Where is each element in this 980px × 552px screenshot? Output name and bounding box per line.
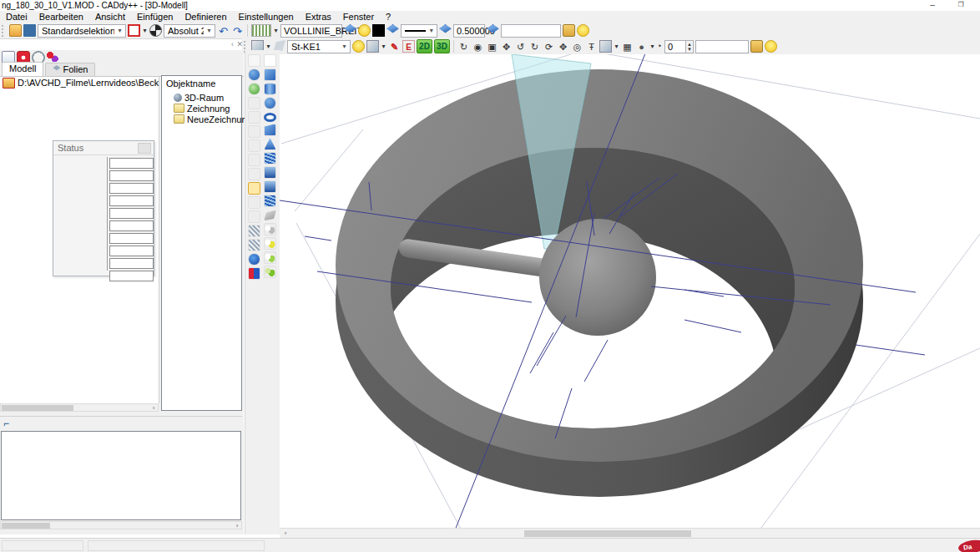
hatch-icon[interactable] [248, 225, 260, 237]
spheres-white-green-icon[interactable] [264, 251, 276, 264]
coordinate-mode-icon[interactable] [149, 24, 162, 37]
status-window-titlebar[interactable]: Status [53, 141, 154, 154]
rotate-copy-icon[interactable] [248, 139, 260, 152]
slab-icon[interactable] [264, 209, 276, 221]
dock-close-icon[interactable]: ✕ [236, 40, 243, 48]
tab-folien[interactable]: Folien [45, 63, 95, 76]
halftone-icon[interactable]: ▦ [621, 40, 634, 53]
rotate-right-icon[interactable]: ↻ [528, 40, 541, 53]
status-field[interactable] [109, 271, 154, 281]
status-field[interactable] [109, 158, 154, 169]
view-3d-button[interactable]: 3D [434, 39, 450, 53]
copy-shapes-icon[interactable] [248, 125, 260, 138]
thread-icon[interactable] [264, 152, 276, 165]
info-icon[interactable] [248, 253, 260, 266]
viewport-hscroll-left-arrow[interactable]: ‹ [281, 529, 290, 537]
tree-hscroll-right-arrow[interactable]: › [149, 404, 158, 412]
view-direction-caret[interactable]: ▾ [381, 43, 386, 50]
objekt-item-zeichnung[interactable]: Zeichnung [162, 103, 241, 114]
tree-hscrollbar[interactable]: › [0, 403, 159, 412]
apply-hand-icon[interactable] [563, 24, 575, 37]
apply-hand-icon[interactable] [750, 40, 763, 53]
pencil-orange-icon[interactable] [248, 111, 260, 124]
workplane-caret[interactable]: ▾ [265, 43, 271, 50]
status-field[interactable] [109, 220, 154, 231]
menu-item-definieren[interactable]: Definieren [179, 11, 232, 23]
linestyle-layers-icon[interactable] [439, 24, 452, 37]
undo-icon[interactable]: ↶ [217, 24, 230, 37]
menu-item-help[interactable]: ? [380, 11, 397, 23]
tab-modell[interactable]: Modell [2, 62, 43, 76]
selection-frame-icon[interactable] [128, 24, 140, 37]
render-mode-icon[interactable] [599, 40, 612, 53]
depth-spinner[interactable]: 0 ▲▼ [664, 40, 694, 53]
torus-icon[interactable] [264, 113, 276, 122]
redo-icon[interactable]: ↷ [231, 24, 244, 37]
menu-item-einfügen[interactable]: Einfügen [131, 11, 179, 23]
extra-input[interactable] [501, 24, 561, 38]
restore-button[interactable]: ❐ [950, 0, 972, 11]
message-hscroll-right-arrow[interactable]: › [233, 522, 241, 529]
color-swatch-icon[interactable] [372, 24, 385, 37]
plane-bulb-icon[interactable] [352, 40, 365, 53]
linewidth-input[interactable]: 0.500000 [453, 24, 485, 38]
orbit-icon[interactable]: ↻ [457, 40, 470, 53]
tree-hscroll-thumb[interactable] [2, 405, 73, 411]
zoom-model-icon[interactable]: ◉ [472, 40, 484, 53]
chevron-down-icon[interactable]: ▾ [426, 27, 437, 34]
cone-icon[interactable] [264, 138, 276, 150]
spheres-gray-icon[interactable] [264, 223, 276, 235]
tree-item-project[interactable]: D:\AVCHD_Filme\Lernvideos\BeckerCAD 3D P… [0, 77, 159, 89]
select-arrow-icon[interactable] [248, 54, 260, 67]
workplane-combo[interactable]: St-KE1 ▾ [287, 40, 351, 53]
measure-tool-icon[interactable]: Ŧ [585, 40, 598, 53]
status-field[interactable] [109, 246, 154, 256]
spinner-arrows[interactable]: ▲▼ [686, 40, 694, 53]
rotate-left-icon[interactable]: ↺ [514, 40, 527, 53]
text-a-icon[interactable] [248, 210, 260, 223]
select-white-arrow-icon[interactable] [264, 54, 276, 67]
chevron-down-icon[interactable]: ▾ [339, 43, 350, 50]
box-icon[interactable] [264, 68, 276, 81]
dimension-icon[interactable] [248, 168, 260, 180]
linetype-input[interactable]: VOLLLINIE_BREIT [280, 24, 342, 38]
rotate-sphere-icon[interactable] [248, 83, 260, 95]
menu-item-bearbeiten[interactable]: Bearbeiten [33, 11, 89, 23]
spheres-yellow-icon[interactable] [264, 237, 276, 250]
minimize-button[interactable]: – [922, 0, 943, 11]
sphere-solid-icon[interactable] [264, 97, 276, 109]
grid-caret[interactable]: ▾ [273, 27, 279, 34]
angle-measure-icon[interactable] [248, 196, 260, 209]
save-icon[interactable] [23, 24, 36, 37]
link-objects-icon[interactable] [47, 52, 58, 63]
material-sphere-icon[interactable]: ● [635, 40, 648, 53]
status-window-button[interactable] [138, 143, 151, 154]
viewport-hscroll-thumb[interactable] [524, 530, 691, 537]
render-mode-caret[interactable]: ▾ [614, 43, 619, 50]
open-file-icon[interactable] [9, 24, 22, 37]
linetype-bulb-icon[interactable] [358, 24, 371, 37]
grid-icon[interactable] [251, 24, 271, 37]
spinner-value[interactable]: 0 [664, 40, 686, 53]
menu-item-datei[interactable]: Datei [0, 11, 33, 23]
material-caret[interactable]: ▾ [649, 43, 655, 50]
pencil-green-icon[interactable] [248, 154, 260, 166]
objekt-item-3d-raum[interactable]: 3D-Raum [162, 92, 241, 103]
selection-frame-caret[interactable]: ▾ [142, 27, 148, 34]
viewport-hscrollbar[interactable]: ‹ [280, 528, 980, 538]
hook-icon[interactable]: ⌐ [3, 418, 9, 429]
toolbar2-extra-input[interactable] [695, 40, 749, 53]
status-field[interactable] [109, 258, 154, 269]
sphere-blue-icon[interactable] [248, 68, 260, 81]
menu-item-einstellungen[interactable]: Einstellungen [233, 11, 300, 23]
wedge-icon[interactable] [264, 124, 276, 136]
title-bar[interactable]: ng_180_30_10_V1.MOD - CADdy++ - [3D-Mode… [0, 0, 980, 11]
chevron-down-icon[interactable]: ▾ [114, 27, 125, 34]
highlight-bulb-icon[interactable] [577, 24, 589, 37]
color-layers-icon[interactable] [386, 24, 399, 37]
status-field[interactable] [109, 233, 154, 244]
message-hscrollbar[interactable]: › [0, 521, 242, 529]
orbit-free-icon[interactable]: ✥ [557, 40, 569, 53]
revolve-icon[interactable] [264, 180, 276, 193]
material-caret2[interactable]: ‣ [657, 43, 663, 50]
